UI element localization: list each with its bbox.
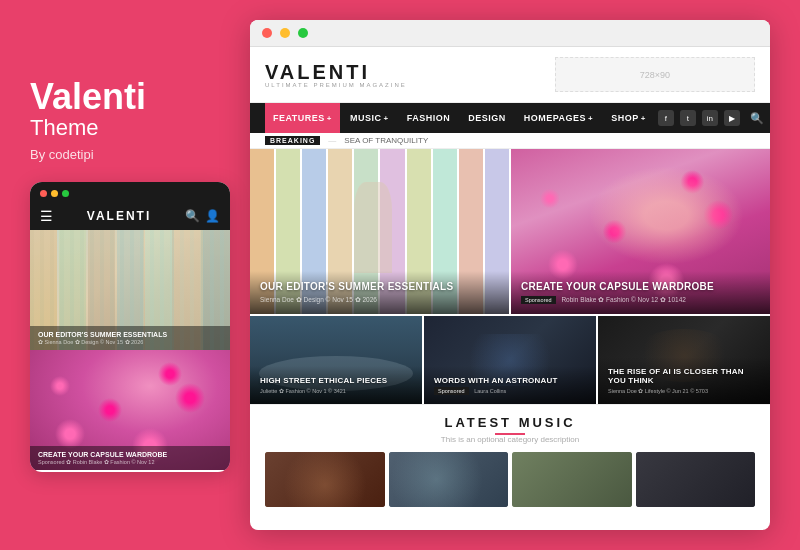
site-logo-sub: ULTIMATE PREMIUM MAGAZINE [265, 82, 407, 88]
mobile-mockup: ☰ VALENTI 🔍 👤 [30, 182, 230, 472]
mobile-article-2-overlay: CREATE YOUR CAPSULE WARDROBE Sponsored ✿… [30, 446, 230, 470]
music-item-1[interactable] [265, 452, 385, 507]
latest-music-section: LATEST MUSIC This is an optional categor… [250, 404, 770, 515]
grid-item-2-title: CREATE YOUR CAPSULE WARDROBE [521, 281, 760, 293]
mobile-article-1-meta: ✿ Sienna Doe ✿ Design © Nov 15 ✿ 2026 [38, 339, 222, 345]
nav-music[interactable]: MUSIC + [342, 103, 397, 133]
nav-homepages[interactable]: HOMEPAGES + [516, 103, 602, 133]
music-item-2[interactable] [389, 452, 509, 507]
user-icon[interactable]: 👤 [205, 209, 220, 223]
grid-section: OUR EDITOR'S SUMMER ESSENTIALS Sienna Do… [250, 149, 770, 404]
youtube-icon[interactable]: ▶ [724, 110, 740, 126]
nav-fashion[interactable]: FASHION [399, 103, 459, 133]
mobile-nav: ☰ VALENTI 🔍 👤 [30, 202, 230, 230]
sponsored-badge: Sponsored [521, 296, 556, 304]
mobile-dots [30, 182, 230, 202]
grid-item-4-title: WORDS WITH AN ASTRONAUT [434, 376, 586, 386]
breaking-label: BREAKING [265, 136, 320, 145]
grid-item-1-title: OUR EDITOR'S SUMMER ESSENTIALS [260, 281, 499, 293]
nav-util-icons: 🔍 👤 [750, 112, 770, 125]
grid-item-3-meta: Juliette ✿ Fashion © Nov 1 © 3421 [260, 388, 412, 394]
grid-item-5[interactable]: THE RISE OF AI IS CLOSER THAN YOU THINK … [596, 316, 770, 404]
grid-item-5-overlay: THE RISE OF AI IS CLOSER THAN YOU THINK … [598, 357, 770, 404]
bottom-row: HIGH STREET ETHICAL PIECES Juliette ✿ Fa… [250, 314, 770, 404]
nav-features[interactable]: FEATURES + [265, 103, 340, 133]
grid-item-3-title: HIGH STREET ETHICAL PIECES [260, 376, 412, 386]
top-row: OUR EDITOR'S SUMMER ESSENTIALS Sienna Do… [250, 149, 770, 314]
instagram-icon[interactable]: in [702, 110, 718, 126]
music-grid [265, 452, 755, 507]
music-item-4[interactable] [636, 452, 756, 507]
site-logo-text: VALENTI [265, 62, 407, 82]
site-header: VALENTI ULTIMATE PREMIUM MAGAZINE 728×90 [250, 47, 770, 103]
mobile-article-1-overlay: OUR EDITOR'S SUMMER ESSENTIALS ✿ Sienna … [30, 326, 230, 350]
grid-item-1[interactable]: OUR EDITOR'S SUMMER ESSENTIALS Sienna Do… [250, 149, 509, 314]
facebook-icon[interactable]: f [658, 110, 674, 126]
grid-item-2[interactable]: CREATE YOUR CAPSULE WARDROBE Sponsored R… [509, 149, 770, 314]
grid-item-4[interactable]: WORDS WITH AN ASTRONAUT Sponsored Laura … [422, 316, 596, 404]
dot-red [40, 190, 47, 197]
grid-item-1-meta: Sienna Doe ✿ Design © Nov 15 ✿ 2026 [260, 296, 499, 304]
mobile-article-2-title: CREATE YOUR CAPSULE WARDROBE [38, 451, 222, 458]
site-logo: VALENTI ULTIMATE PREMIUM MAGAZINE [265, 62, 407, 88]
nav-design[interactable]: DESIGN [460, 103, 514, 133]
mobile-logo: VALENTI [61, 209, 177, 223]
browser-dot-green [298, 28, 308, 38]
nav-search-icon[interactable]: 🔍 [750, 112, 764, 125]
grid-item-1-overlay: OUR EDITOR'S SUMMER ESSENTIALS Sienna Do… [250, 271, 509, 314]
twitter-icon[interactable]: t [680, 110, 696, 126]
brand-title: Valenti [30, 79, 230, 115]
brand-by: By codetipi [30, 147, 230, 162]
latest-music-desc: This is an optional category description [265, 435, 755, 444]
mobile-article-1: OUR EDITOR'S SUMMER ESSENTIALS ✿ Sienna … [30, 230, 230, 350]
mobile-content: OUR EDITOR'S SUMMER ESSENTIALS ✿ Sienna … [30, 230, 230, 470]
mobile-nav-icons: 🔍 👤 [185, 209, 220, 223]
grid-item-2-overlay: CREATE YOUR CAPSULE WARDROBE Sponsored R… [511, 271, 770, 314]
breaking-dash: — [328, 136, 336, 145]
grid-item-5-meta: Sienna Doe ✿ Lifestyle © Jun 21 © 5703 [608, 388, 760, 394]
browser-dot-yellow [280, 28, 290, 38]
browser-mockup: VALENTI ULTIMATE PREMIUM MAGAZINE 728×90… [250, 20, 770, 530]
browser-chrome [250, 20, 770, 47]
browser-dot-red [262, 28, 272, 38]
mobile-article-2: CREATE YOUR CAPSULE WARDROBE Sponsored ✿… [30, 350, 230, 470]
search-icon[interactable]: 🔍 [185, 209, 200, 223]
mobile-article-2-meta: Sponsored ✿ Robin Blake ✿ Fashion © Nov … [38, 459, 222, 465]
grid-item-4-meta: Sponsored Laura Collins [434, 388, 586, 394]
grid-item-4-overlay: WORDS WITH AN ASTRONAUT Sponsored Laura … [424, 366, 596, 404]
mobile-article-1-title: OUR EDITOR'S SUMMER ESSENTIALS [38, 331, 222, 338]
social-icons: f t in ▶ [658, 110, 740, 126]
grid-item-3[interactable]: HIGH STREET ETHICAL PIECES Juliette ✿ Fa… [250, 316, 422, 404]
grid-item-3-overlay: HIGH STREET ETHICAL PIECES Juliette ✿ Fa… [250, 366, 422, 404]
breaking-bar: BREAKING — SEA OF TRANQUILITY [250, 133, 770, 149]
music-item-3[interactable] [512, 452, 632, 507]
header-ad: 728×90 [555, 57, 755, 92]
hamburger-icon[interactable]: ☰ [40, 208, 53, 224]
dot-green [62, 190, 69, 197]
nav-bar: FEATURES + MUSIC + FASHION DESIGN HOMEPA… [250, 103, 770, 133]
latest-music-title: LATEST MUSIC [265, 415, 755, 430]
grid-item-2-meta: Sponsored Robin Blake ✿ Fashion © Nov 12… [521, 296, 760, 304]
dot-yellow [51, 190, 58, 197]
left-panel: Valenti Theme By codetipi ☰ VALENTI 🔍 👤 [30, 79, 230, 472]
nav-shop[interactable]: SHOP + [603, 103, 654, 133]
breaking-text: SEA OF TRANQUILITY [344, 136, 428, 145]
grid-item-5-title: THE RISE OF AI IS CLOSER THAN YOU THINK [608, 367, 760, 386]
brand-subtitle: Theme [30, 115, 230, 141]
